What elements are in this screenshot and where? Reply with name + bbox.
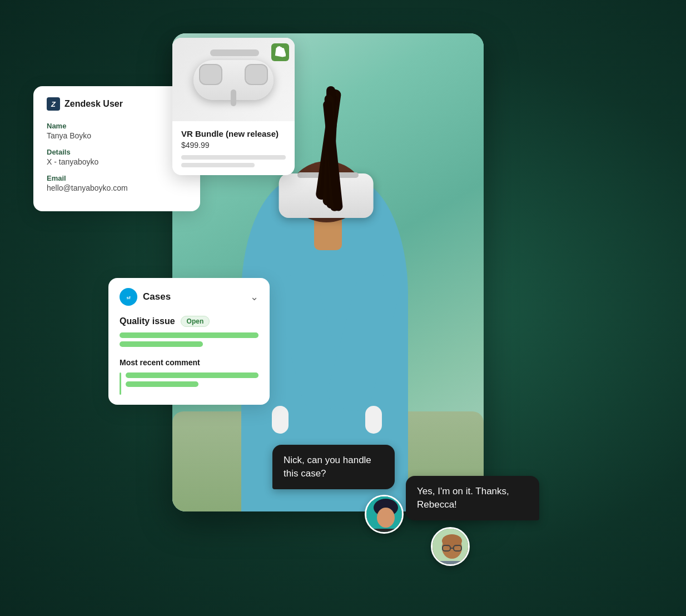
zendesk-title: Zendesk User xyxy=(64,99,123,109)
case-title-row: Quality issue Open xyxy=(120,316,259,327)
comment-block xyxy=(120,372,259,395)
shopify-content: VR Bundle (new release) $499.99 xyxy=(172,121,295,175)
avatar-nick xyxy=(431,527,470,566)
salesforce-title: Cases xyxy=(143,291,171,302)
salesforce-card: sf Cases ⌄ Quality issue Open Most recen… xyxy=(108,278,270,405)
rebecca-face xyxy=(366,496,402,532)
details-field: Details X - tanyaboyko xyxy=(47,148,187,166)
product-name: VR Bundle (new release) xyxy=(181,129,286,138)
case-bar-2 xyxy=(120,341,203,347)
email-label: Email xyxy=(47,174,187,182)
salesforce-logo-icon: sf xyxy=(120,288,137,306)
product-price: $499.99 xyxy=(181,141,286,150)
product-bar-1 xyxy=(181,155,286,160)
chat-bubble-1-text: Nick, can you handle this case? xyxy=(284,455,371,479)
name-field: Name Tanya Boyko xyxy=(47,122,187,140)
shopify-icon xyxy=(271,43,289,61)
product-bar-2 xyxy=(181,163,255,167)
comment-bars xyxy=(126,372,259,395)
case-status-badge: Open xyxy=(181,316,210,327)
comment-bar-2 xyxy=(126,381,198,387)
case-title: Quality issue xyxy=(120,316,175,326)
svg-point-4 xyxy=(377,508,395,528)
email-field: Email hello@tanyaboyko.com xyxy=(47,174,187,192)
email-value: hello@tanyaboyko.com xyxy=(47,183,187,192)
chat-bubble-nick: Nick, can you handle this case? xyxy=(272,445,395,489)
nick-face xyxy=(433,529,468,564)
details-value: X - tanyaboyko xyxy=(47,157,187,166)
zendesk-header: Z Zendesk User xyxy=(47,97,187,111)
name-label: Name xyxy=(47,122,187,130)
salesforce-header: sf Cases ⌄ xyxy=(120,288,259,306)
svg-text:sf: sf xyxy=(126,295,130,300)
chevron-down-icon[interactable]: ⌄ xyxy=(250,291,259,303)
comment-line xyxy=(120,372,121,395)
case-bar-1 xyxy=(120,332,259,338)
zendesk-logo-icon: Z xyxy=(47,97,60,111)
chat-bubble-2-text: Yes, I'm on it. Thanks, Rebecca! xyxy=(417,486,509,510)
name-value: Tanya Boyko xyxy=(47,131,187,140)
comment-bar-1 xyxy=(126,372,259,378)
product-image-area xyxy=(172,38,295,121)
details-label: Details xyxy=(47,148,187,156)
sf-header-left: sf Cases xyxy=(120,288,171,306)
recent-comment-label: Most recent comment xyxy=(120,358,259,367)
chat-bubble-rebecca: Yes, I'm on it. Thanks, Rebecca! xyxy=(406,476,539,520)
shopify-card: VR Bundle (new release) $499.99 xyxy=(172,38,295,175)
avatar-rebecca xyxy=(365,495,404,534)
